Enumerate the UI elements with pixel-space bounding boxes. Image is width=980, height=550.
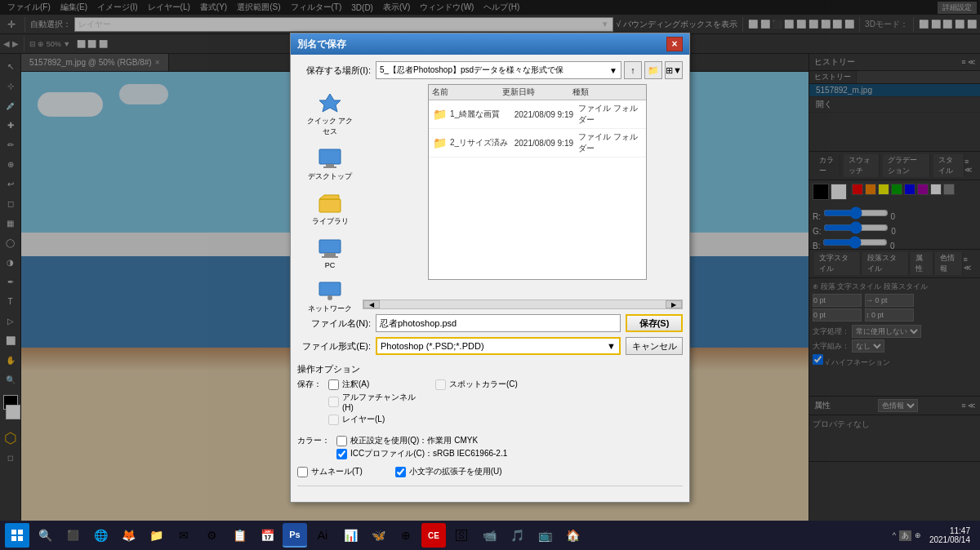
teams-btn[interactable]: 📋 xyxy=(227,523,252,548)
cancel-button[interactable]: キャンセル xyxy=(626,337,683,355)
nav-desktop[interactable]: デスクトップ xyxy=(301,143,359,186)
svg-rect-2 xyxy=(326,164,334,166)
icc-profile-checkbox[interactable] xyxy=(336,449,347,459)
taskview-btn[interactable]: ⬛ xyxy=(60,523,85,548)
annotation-checkbox[interactable] xyxy=(328,379,339,390)
dialog-close-button[interactable]: × xyxy=(666,37,683,51)
nav-network-label: ネットワーク xyxy=(308,304,352,314)
file-row-1[interactable]: 📁 2_リサイズ済み 2021/08/09 9:19 ファイル フォルダー xyxy=(429,129,646,157)
svg-rect-15 xyxy=(18,536,23,541)
col-name[interactable]: 名前 xyxy=(432,86,502,98)
color-label: カラー： xyxy=(297,435,330,446)
proof-color-checkbox[interactable] xyxy=(336,436,347,446)
nav-quick-access-label: クイック アクセス xyxy=(305,116,355,137)
save-options-grid: 注釈(A) アルファチャンネル(H) レイヤー(L) xyxy=(328,379,526,427)
icc-profile-label: ICCプロファイル(C)：sRGB IEC61966-2.1 xyxy=(350,448,507,459)
layer-checkbox[interactable] xyxy=(328,415,339,425)
color-section: カラー： 校正設定を使用(Q)：作業用 CMYK ICCプロファイル(C)：sR… xyxy=(297,435,683,461)
thumbnail-checkbox[interactable] xyxy=(297,467,308,477)
filename-input[interactable] xyxy=(376,314,621,332)
small-caps-checkbox[interactable] xyxy=(395,467,406,477)
location-dropdown[interactable]: 5_【忍者Photoshop】psdデータを様々な形式で保 ▼ xyxy=(376,61,621,79)
app-butterfly[interactable]: 🦋 xyxy=(366,523,390,548)
option-row-alpha: アルファチャンネル(H) xyxy=(328,392,419,412)
col-date[interactable]: 更新日時 xyxy=(502,86,572,98)
thumbnail-section: サムネール(T) 小文字の拡張子を使用(U) xyxy=(297,466,683,479)
location-row: 保存する場所(I): 5_【忍者Photoshop】psdデータを様々な形式で保… xyxy=(297,61,683,79)
thumbnail-option: サムネール(T) xyxy=(297,466,363,477)
ime-indicator[interactable]: あ xyxy=(899,530,911,541)
nav-network[interactable]: ネットワーク xyxy=(301,275,359,318)
filetype-dropdown[interactable]: Photoshop (*.PSD;*.PDD) ▼ xyxy=(376,337,621,355)
color-section-content: カラー： 校正設定を使用(Q)：作業用 CMYK ICCプロファイル(C)：sR… xyxy=(297,435,683,461)
illustrator-btn[interactable]: Ai xyxy=(310,523,335,548)
search-taskbar-btn[interactable]: 🔍 xyxy=(33,523,57,548)
save-options-col1: 注釈(A) アルファチャンネル(H) レイヤー(L) xyxy=(328,379,419,427)
nav-quick-access[interactable]: クイック アクセス xyxy=(301,87,359,141)
file-list-header: 名前 更新日時 種類 xyxy=(429,85,646,100)
file-date-1: 2021/08/09 9:19 xyxy=(514,139,579,148)
svg-rect-13 xyxy=(18,530,23,534)
options-content: 保存： 注釈(A) アルファチャンネル(H) xyxy=(297,379,683,427)
color-options: 校正設定を使用(Q)：作業用 CMYK ICCプロファイル(C)：sRGB IE… xyxy=(336,435,507,461)
nav-pc[interactable]: PC xyxy=(301,233,359,273)
firefox-btn[interactable]: 🦊 xyxy=(116,523,140,548)
photoshop-taskbar-btn[interactable]: Ps xyxy=(283,523,307,548)
filename-label: ファイル名(N): xyxy=(297,317,371,330)
mail-btn[interactable]: ✉ xyxy=(172,523,196,548)
app-s[interactable]: 🅂 xyxy=(449,523,474,548)
dialog-overlay: 別名で保存 × 保存する場所(I): 5_【忍者Photoshop】psdデータ… xyxy=(0,0,980,550)
svg-rect-8 xyxy=(322,256,338,258)
calendar-btn[interactable]: 📅 xyxy=(255,523,279,548)
excel-btn[interactable]: 📊 xyxy=(338,523,363,548)
explorer-btn[interactable]: 📁 xyxy=(144,523,168,548)
scroll-track xyxy=(380,300,666,308)
network-icon xyxy=(317,279,343,302)
clock-display[interactable]: 11:47 2021/08/14 xyxy=(924,526,975,544)
dialog-footer xyxy=(297,486,683,495)
folder-icon-0: 📁 xyxy=(432,107,447,122)
clock-time: 11:47 xyxy=(929,526,970,535)
save-dialog: 別名で保存 × 保存する場所(I): 5_【忍者Photoshop】psdデータ… xyxy=(290,33,690,503)
dialog-title: 別名で保存 xyxy=(297,38,346,51)
thumbnail-label: サムネール(T) xyxy=(311,466,363,477)
chrome-btn[interactable]: 🌐 xyxy=(88,523,113,548)
tray-up-arrow[interactable]: ^ xyxy=(893,531,896,539)
quick-access-icon xyxy=(317,91,343,114)
nav-library[interactable]: ライブラリ xyxy=(301,188,359,231)
app-zoom[interactable]: 📹 xyxy=(477,523,501,548)
library-icon xyxy=(317,192,343,215)
svg-rect-3 xyxy=(323,166,336,168)
svg-marker-0 xyxy=(319,94,341,112)
app-circle[interactable]: ⊕ xyxy=(394,523,418,548)
option-row-layer: レイヤー(L) xyxy=(328,414,419,425)
app-home[interactable]: 🏠 xyxy=(560,523,585,548)
save-button[interactable]: 保存(S) xyxy=(626,314,683,332)
app-vlc[interactable]: 📺 xyxy=(532,523,557,548)
tray-icon[interactable]: ⊕ xyxy=(915,531,921,539)
nav-pc-label: PC xyxy=(325,261,336,269)
filetype-row: ファイル形式(E): Photoshop (*.PSD;*.PDD) ▼ キャン… xyxy=(297,337,683,355)
file-row-0[interactable]: 📁 1_綺麗な画質 2021/08/09 9:19 ファイル フォルダー xyxy=(429,100,646,129)
svg-rect-12 xyxy=(11,530,16,534)
app-music[interactable]: 🎵 xyxy=(505,523,529,548)
spot-color-checkbox[interactable] xyxy=(435,379,446,390)
file-list[interactable]: 名前 更新日時 種類 📁 1_綺麗な画質 2021/08/09 9:19 ファイ… xyxy=(428,84,647,280)
desktop-icon xyxy=(317,147,343,170)
col-type[interactable]: 種類 xyxy=(572,86,643,98)
svg-rect-14 xyxy=(11,536,16,541)
settings-btn[interactable]: ⚙ xyxy=(199,523,224,548)
start-button[interactable] xyxy=(5,523,29,548)
save-options-col2: スポットカラー(C) xyxy=(435,379,526,427)
dialog-body: 保存する場所(I): 5_【忍者Photoshop】psdデータを様々な形式で保… xyxy=(291,55,689,502)
pc-icon xyxy=(317,237,343,259)
up-folder-btn[interactable]: ↑ xyxy=(624,61,642,79)
scroll-right-btn[interactable]: ▶ xyxy=(666,300,682,308)
view-btn[interactable]: ⊞▼ xyxy=(665,61,683,79)
annotation-label: 注釈(A) xyxy=(342,379,369,390)
new-folder-btn[interactable]: 📁 xyxy=(644,61,662,79)
scroll-left-btn[interactable]: ◀ xyxy=(363,300,380,308)
horizontal-scrollbar[interactable]: ◀ ▶ xyxy=(363,299,683,309)
alpha-channel-checkbox[interactable] xyxy=(328,397,339,407)
app-ce[interactable]: CE xyxy=(421,523,446,548)
